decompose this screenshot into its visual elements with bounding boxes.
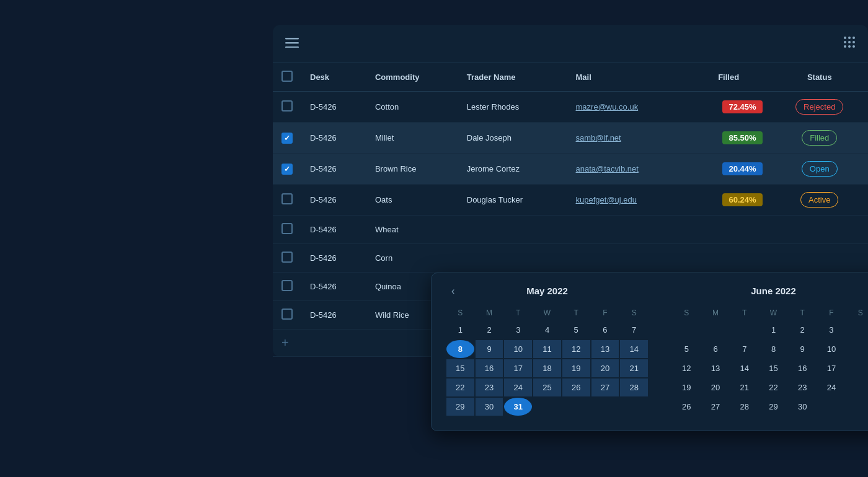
may-day-15[interactable]: 15 (446, 359, 474, 377)
may-day-14[interactable]: 14 (620, 340, 648, 358)
june-empty8 (818, 398, 846, 416)
may-day-6[interactable]: 6 (591, 321, 619, 339)
row-4-checkbox[interactable] (281, 193, 293, 204)
row-7-checkbox[interactable] (281, 280, 293, 291)
may-day-3[interactable]: 3 (504, 321, 532, 339)
june-day-20[interactable]: 20 (702, 379, 730, 396)
calendar-overlay: ‹ May 2022 S M T W T F S 1 2 3 4 (431, 273, 868, 431)
june-day-23[interactable]: 23 (789, 379, 817, 396)
row-8-checkbox[interactable] (281, 309, 293, 320)
row-6-desk: D-5426 (301, 244, 366, 273)
june-day-24[interactable]: 24 (818, 379, 846, 396)
june-day-5[interactable]: 5 (673, 340, 701, 358)
row-1-checkbox[interactable] (281, 100, 293, 112)
row-2-checkbox[interactable] (281, 133, 293, 144)
may-day-4[interactable]: 4 (533, 321, 561, 339)
row-1-status: Rejected (771, 92, 868, 123)
june-day-29[interactable]: 29 (760, 398, 787, 416)
june-day-17[interactable]: 17 (818, 359, 846, 377)
col-header-commodity: Commodity (366, 63, 458, 92)
june-day-3[interactable]: 3 (818, 321, 846, 339)
row-6-checkbox[interactable] (281, 252, 293, 263)
june-day-8[interactable]: 8 (760, 340, 787, 358)
day-header-m1: M (476, 306, 503, 320)
row-3-checkbox[interactable] (281, 164, 293, 175)
june-day-15[interactable]: 15 (760, 359, 787, 377)
may-day-5[interactable]: 5 (562, 321, 590, 339)
row-2-mail[interactable]: samb@if.net (567, 123, 686, 154)
may-day-1[interactable]: 1 (446, 321, 474, 339)
june-day-12[interactable]: 12 (673, 359, 701, 377)
day-header-f1: F (591, 306, 619, 320)
may-day-23[interactable]: 23 (476, 379, 503, 396)
may-day-10[interactable]: 10 (504, 340, 532, 358)
june-day-1[interactable]: 1 (760, 321, 787, 339)
june-day-6[interactable]: 6 (702, 340, 730, 358)
june-empty7 (846, 379, 868, 396)
row-4-mail[interactable]: kupefget@uj.edu (567, 185, 686, 216)
june-day-19[interactable]: 19 (673, 379, 701, 396)
row-6-filled (686, 244, 771, 273)
row-5-status (771, 216, 868, 244)
may-day-11[interactable]: 11 (533, 340, 561, 358)
may-day-21[interactable]: 21 (620, 359, 648, 377)
may-day-16[interactable]: 16 (476, 359, 503, 377)
calendar-may: ‹ May 2022 S M T W T F S 1 2 3 4 (446, 286, 648, 416)
row-6-checkbox-cell (273, 244, 301, 273)
row-2-trader: Dale Joseph (458, 123, 567, 154)
prev-month-button[interactable]: ‹ (446, 283, 459, 299)
col-header-checkbox[interactable] (273, 63, 301, 92)
june-day-21[interactable]: 21 (730, 379, 758, 396)
svg-point-3 (844, 37, 846, 39)
may-day-12[interactable]: 12 (562, 340, 590, 358)
june-day-7[interactable]: 7 (730, 340, 758, 358)
may-day-28[interactable]: 28 (620, 379, 648, 396)
june-empty2 (702, 321, 730, 339)
may-day-19[interactable]: 19 (562, 359, 590, 377)
may-day-26[interactable]: 26 (562, 379, 590, 396)
day-header-w1: W (533, 306, 561, 320)
june-day-header-w1: W (760, 306, 787, 320)
row-5-desk: D-5426 (301, 216, 366, 244)
june-day-26[interactable]: 26 (673, 398, 701, 416)
col-header-trader: Trader Name (458, 63, 567, 92)
may-day-2[interactable]: 2 (476, 321, 503, 339)
june-day-28[interactable]: 28 (730, 398, 758, 416)
june-day-16[interactable]: 16 (789, 359, 817, 377)
june-day-22[interactable]: 22 (760, 379, 787, 396)
may-day-27[interactable]: 27 (591, 379, 619, 396)
may-day-8[interactable]: 8 (446, 340, 474, 358)
row-3-mail[interactable]: anata@tacvib.net (567, 154, 686, 185)
may-day-20[interactable]: 20 (591, 359, 619, 377)
june-day-27[interactable]: 27 (702, 398, 730, 416)
may-day-7[interactable]: 7 (620, 321, 648, 339)
june-day-30[interactable]: 30 (789, 398, 817, 416)
grid-icon[interactable] (843, 36, 856, 51)
may-header: ‹ May 2022 (446, 286, 648, 296)
may-day-22[interactable]: 22 (446, 379, 474, 396)
may-day-9[interactable]: 9 (476, 340, 503, 358)
row-5-checkbox[interactable] (281, 223, 293, 234)
table-row: D-5426Corn (273, 244, 868, 273)
may-day-29[interactable]: 29 (446, 398, 474, 416)
row-7-desk: D-5426 (301, 273, 366, 301)
may-day-18[interactable]: 18 (533, 359, 561, 377)
june-day-2[interactable]: 2 (789, 321, 817, 339)
svg-point-4 (848, 37, 851, 39)
june-day-9[interactable]: 9 (789, 340, 817, 358)
june-day-10[interactable]: 10 (818, 340, 846, 358)
may-day-25[interactable]: 25 (533, 379, 561, 396)
june-day-13[interactable]: 13 (702, 359, 730, 377)
hamburger-icon[interactable] (285, 37, 299, 51)
row-1-mail[interactable]: mazre@wu.co.uk (567, 92, 686, 123)
row-3-commodity: Brown Rice (366, 154, 458, 185)
may-day-13[interactable]: 13 (591, 340, 619, 358)
june-empty3 (730, 321, 758, 339)
june-day-14[interactable]: 14 (730, 359, 758, 377)
svg-point-9 (844, 45, 846, 48)
may-day-24[interactable]: 24 (504, 379, 532, 396)
select-all-checkbox[interactable] (281, 71, 293, 82)
may-day-30[interactable]: 30 (476, 398, 503, 416)
may-day-17[interactable]: 17 (504, 359, 532, 377)
may-day-31[interactable]: 31 (504, 398, 532, 416)
